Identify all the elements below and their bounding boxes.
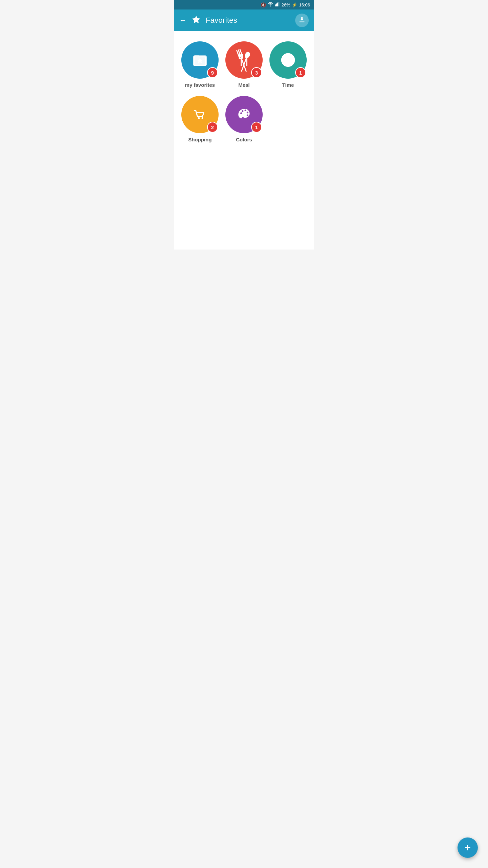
wifi-icon (268, 2, 273, 7)
category-item-meal[interactable]: 3 Meal (225, 41, 263, 88)
svg-point-0 (270, 6, 271, 7)
circle-wrapper-my-favorites: 9 (181, 41, 219, 79)
battery-icon: ⚡ (292, 2, 297, 7)
battery-text: 26% (281, 2, 290, 7)
badge-shopping: 2 (207, 122, 218, 133)
svg-rect-1 (275, 4, 276, 6)
svg-point-20 (244, 51, 251, 59)
mute-icon: 🔇 (261, 2, 266, 7)
app-bar-left: ← Favorites (179, 15, 237, 26)
badge-meal: 3 (251, 67, 262, 78)
svg-rect-2 (276, 3, 277, 6)
badge-colors: 1 (251, 122, 262, 133)
svg-rect-4 (279, 2, 280, 6)
badge-my-favorites: 9 (207, 67, 218, 78)
favorites-star-icon (191, 15, 201, 26)
category-item-colors[interactable]: 1 Colors (225, 96, 263, 142)
main-content: 9 my favorites (174, 31, 314, 250)
label-meal: Meal (238, 82, 249, 88)
download-button[interactable] (295, 14, 309, 27)
category-item-my-favorites[interactable]: 9 my favorites (181, 41, 219, 88)
back-button[interactable]: ← (179, 17, 187, 24)
svg-point-27 (242, 110, 243, 112)
label-shopping: Shopping (188, 137, 211, 142)
label-my-favorites: my favorites (185, 82, 215, 88)
circle-wrapper-colors: 1 (225, 96, 263, 133)
favorites-grid: 9 my favorites (181, 41, 307, 142)
app-bar: ← Favorites (174, 9, 314, 31)
svg-point-24 (198, 117, 200, 119)
circle-wrapper-meal: 3 (225, 41, 263, 79)
circle-wrapper-time: 1 (269, 41, 307, 79)
svg-point-26 (240, 112, 242, 114)
label-colors: Colors (236, 137, 252, 142)
badge-time: 1 (295, 67, 306, 78)
download-icon (298, 16, 306, 25)
category-item-time[interactable]: 1 Time (269, 41, 307, 88)
status-bar: 🔇 26% ⚡ 16:06 (174, 0, 314, 9)
category-item-shopping[interactable]: 2 Shopping (181, 96, 219, 142)
svg-rect-3 (277, 3, 278, 6)
signal-icon (275, 2, 280, 7)
time-text: 16:06 (299, 2, 310, 7)
label-time: Time (282, 82, 294, 88)
app-bar-title: Favorites (206, 16, 237, 25)
svg-point-25 (202, 117, 203, 119)
svg-point-30 (247, 114, 248, 116)
svg-point-29 (247, 112, 248, 113)
circle-wrapper-shopping: 2 (181, 96, 219, 133)
status-icons: 🔇 26% ⚡ 16:06 (261, 2, 310, 7)
svg-point-28 (245, 110, 246, 111)
